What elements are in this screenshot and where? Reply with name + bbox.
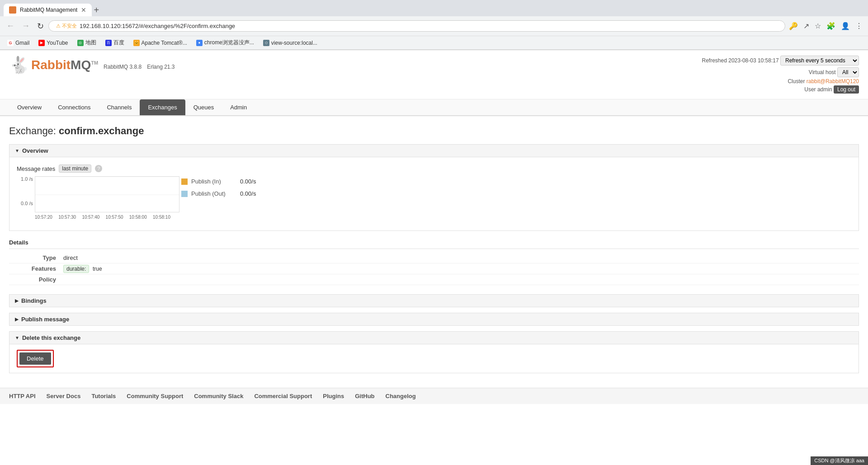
publish-message-section-header[interactable]: ▶ Publish message (9, 313, 859, 326)
details-type-label: Type (9, 254, 63, 261)
active-tab[interactable]: RabbitMQ Management ✕ (4, 4, 92, 16)
tab-queues[interactable]: Queues (185, 99, 222, 115)
new-tab-button[interactable]: + (94, 5, 99, 14)
x-label-0: 10:57:20 (35, 215, 52, 220)
help-icon[interactable]: ? (95, 165, 102, 172)
delete-arrow-icon: ▼ (15, 335, 19, 340)
reload-button[interactable]: ↻ (34, 19, 47, 33)
bookmark-chrome[interactable]: ● chrome浏览器没声... (193, 38, 258, 47)
tab-exchanges[interactable]: Exchanges (140, 99, 185, 115)
tab-favicon (9, 6, 16, 14)
x-label-4: 10:58:00 (129, 215, 147, 220)
page-title-name: confirm.exchange (59, 125, 144, 136)
nav-actions: 🔑 ↗ ☆ 🧩 👤 ⋮ (787, 20, 864, 32)
vhost-select[interactable]: All (837, 67, 859, 77)
bookmark-youtube[interactable]: ▶ YouTube (35, 39, 71, 47)
feature-durable-badge: durable: (63, 265, 89, 273)
chart-area: 1.0 /s 0.0 /s (17, 176, 851, 220)
footer-plugins[interactable]: Plugins (323, 393, 344, 399)
chart-y-min: 0.0 /s (17, 201, 33, 206)
refreshed-label: Refreshed (702, 57, 727, 64)
profile-icon[interactable]: 👤 (839, 20, 852, 32)
logo-text: RabbitMQTM (31, 58, 98, 72)
footer-server-docs[interactable]: Server Docs (47, 393, 81, 399)
menu-icon[interactable]: ⋮ (854, 20, 864, 32)
bookmark-ditu[interactable]: ◎ 地图 (74, 38, 100, 47)
bookmark-viewsource[interactable]: ◇ view-source:local... (259, 39, 321, 47)
version-info: RabbitMQ 3.8.8 Erlang 21.3 (104, 64, 175, 70)
bindings-label: Bindings (21, 297, 47, 304)
logo-rabbit-part: Rabbit (31, 58, 71, 72)
feature-durable-value: true (93, 266, 102, 272)
logout-button[interactable]: Log out (834, 85, 859, 94)
vhost-row: Virtual host All (702, 67, 859, 77)
x-label-3: 10:57:50 (106, 215, 123, 220)
cluster-name: rabbit@RabbitMQ120 (807, 78, 859, 85)
legend-publish-in-value: 0.00/s (240, 178, 256, 185)
legend-publish-in: Publish (In) 0.00/s (181, 178, 256, 185)
bookmark-youtube-label: YouTube (47, 40, 68, 46)
address-bar[interactable]: ⚠ 不安全 192.168.10.120:15672/#/exchanges/%… (48, 20, 785, 32)
logo-rabbit-icon: 🐇 (9, 56, 29, 75)
bookmark-tomcat[interactable]: 🐱 Apache Tomcat®... (130, 39, 191, 47)
forward-button[interactable]: → (19, 19, 33, 33)
rabbitmq-app: 🐇 RabbitMQTM RabbitMQ 3.8.8 Erlang 21.3 … (0, 50, 868, 465)
share-icon[interactable]: ↗ (802, 20, 811, 32)
footer-http-api[interactable]: HTTP API (9, 393, 36, 399)
x-label-5: 10:58:10 (153, 215, 170, 220)
delete-section-body: Delete (9, 344, 859, 373)
extension-icon[interactable]: 🧩 (825, 20, 837, 32)
details-row-policy: Policy (9, 274, 859, 285)
tab-connections[interactable]: Connections (50, 99, 99, 115)
details-label: Details (9, 239, 28, 246)
publish-message-section: ▶ Publish message (9, 313, 859, 326)
app-footer: HTTP API Server Docs Tutorials Community… (0, 388, 868, 404)
footer-commercial-support[interactable]: Commercial Support (254, 393, 312, 399)
page-title: Exchange: confirm.exchange (9, 125, 859, 137)
details-section-header[interactable]: Details (9, 236, 859, 249)
chart-y-labels: 1.0 /s 0.0 /s (17, 176, 35, 206)
footer-community-slack[interactable]: Community Slack (194, 393, 243, 399)
legend-publish-out-value: 0.00/s (240, 190, 256, 197)
bookmark-gmail[interactable]: G Gmail (4, 39, 33, 47)
page-content: Exchange: confirm.exchange ▼ Overview Me… (0, 116, 868, 388)
back-button[interactable]: ← (4, 19, 17, 33)
youtube-icon: ▶ (38, 40, 45, 46)
bookmark-baidu[interactable]: 百 百度 (102, 38, 128, 47)
overview-section-header[interactable]: ▼ Overview (9, 144, 859, 157)
message-rates: Message rates last minute ? 1.0 /s 0.0 /… (17, 164, 851, 220)
tab-close-icon[interactable]: ✕ (81, 6, 86, 14)
delete-button[interactable]: Delete (19, 352, 51, 365)
logo-mq-part: MQ (71, 58, 91, 72)
vhost-label: Virtual host (809, 69, 836, 75)
bottom-bar: CSDN @清风微凉 aaa (811, 456, 868, 465)
tab-overview[interactable]: Overview (9, 99, 50, 115)
baidu-icon: 百 (105, 40, 112, 46)
bookmark-ditu-label: 地图 (85, 39, 96, 47)
bookmark-icon[interactable]: ☆ (813, 20, 823, 32)
refresh-select[interactable]: Refresh every 5 seconds Refresh every 10… (780, 56, 859, 66)
legend-publish-out-color (181, 191, 188, 197)
footer-community-support[interactable]: Community Support (127, 393, 183, 399)
chart-svg-wrapper (35, 176, 170, 214)
bindings-section-header[interactable]: ▶ Bindings (9, 294, 859, 307)
delete-btn-wrapper: Delete (17, 350, 54, 367)
delete-exchange-section: ▼ Delete this exchange Delete (9, 331, 859, 373)
footer-changelog[interactable]: Changelog (386, 393, 416, 399)
bindings-section: ▶ Bindings (9, 294, 859, 307)
x-label-2: 10:57:40 (82, 215, 99, 220)
details-features-value: durable: true (63, 265, 859, 272)
bookmark-viewsource-label: view-source:local... (271, 40, 317, 46)
tab-admin[interactable]: Admin (222, 99, 255, 115)
details-section: Details Type direct Features durable: tr… (9, 236, 859, 289)
nav-tabs: Overview Connections Channels Exchanges … (0, 99, 868, 116)
key-icon[interactable]: 🔑 (787, 20, 800, 32)
user-row: User admin Log out (702, 85, 859, 94)
tab-channels[interactable]: Channels (99, 99, 140, 115)
delete-section-header[interactable]: ▼ Delete this exchange (9, 331, 859, 344)
legend-publish-in-color (181, 178, 188, 185)
tomcat-icon: 🐱 (133, 40, 140, 46)
footer-github[interactable]: GitHub (355, 393, 374, 399)
overview-arrow-icon: ▼ (15, 148, 19, 153)
footer-tutorials[interactable]: Tutorials (91, 393, 116, 399)
